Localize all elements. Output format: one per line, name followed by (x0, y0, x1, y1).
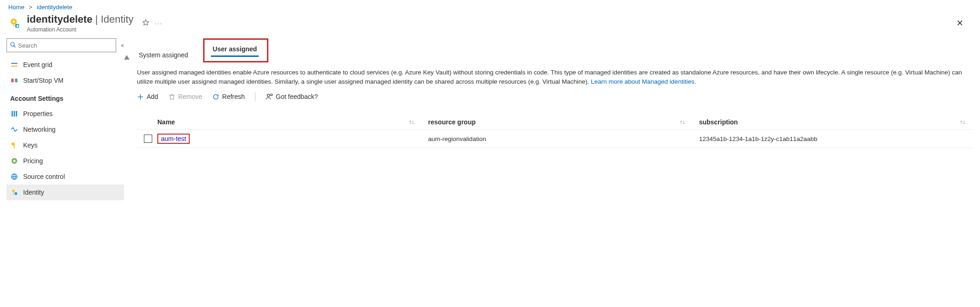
collapse-sidebar-button[interactable]: « (121, 42, 124, 49)
svg-point-5 (11, 42, 14, 46)
toolbar-remove-button[interactable]: Remove (168, 93, 202, 100)
resource-type-label: Automation Account (27, 26, 134, 33)
svg-rect-25 (170, 95, 174, 99)
sidebar-item-label: Keys (23, 141, 37, 149)
close-blade-button[interactable]: ✕ (956, 18, 963, 28)
event-grid-icon (10, 61, 19, 68)
pin-favorite-button[interactable] (142, 19, 149, 28)
row-checkbox[interactable] (144, 135, 152, 143)
svg-rect-21 (13, 192, 13, 195)
plus-icon (137, 93, 144, 100)
pricing-icon (10, 157, 19, 165)
learn-more-link[interactable]: Learn more about Managed identities. (591, 78, 696, 85)
more-actions-button[interactable]: ··· (155, 20, 163, 27)
sidebar-item-source-control[interactable]: Source control (6, 169, 124, 184)
sidebar-item-label: Event grid (23, 61, 52, 68)
sidebar-item-start-stop-vm[interactable]: Start/Stop VM (6, 73, 124, 88)
svg-point-29 (271, 94, 273, 96)
toolbar-add-button[interactable]: Add (137, 93, 158, 100)
sidebar-item-label: Source control (23, 173, 65, 180)
sidebar-item-networking[interactable]: Networking (6, 122, 124, 137)
svg-rect-16 (14, 145, 15, 148)
sidebar-item-properties[interactable]: Properties (6, 106, 124, 122)
sidebar-search[interactable] (6, 38, 116, 52)
sidebar-item-event-grid[interactable]: Event grid (6, 57, 124, 73)
page-title: identitydelete (27, 13, 93, 25)
properties-icon (10, 110, 19, 117)
svg-point-18 (13, 160, 15, 162)
subscription-value: 12345a1b-1234-1a1b-1z2y-c1ab11a2aabb (699, 135, 818, 142)
networking-icon (10, 126, 19, 133)
table-row[interactable]: aum-test aum-regionvalidation 12345a1b-1… (137, 130, 972, 148)
breadcrumb-current[interactable]: identitydelete (37, 4, 73, 11)
search-icon (10, 42, 16, 49)
svg-rect-14 (16, 111, 17, 117)
identity-icon (10, 189, 19, 196)
svg-line-6 (14, 45, 16, 47)
svg-rect-11 (15, 79, 17, 82)
sort-icon[interactable]: ↑↓ (960, 119, 965, 125)
svg-point-20 (12, 190, 14, 192)
table-header-subscription[interactable]: subscription (699, 118, 738, 126)
table-header-resource-group[interactable]: resource group (428, 118, 476, 126)
sidebar-item-identity[interactable]: Identity (6, 184, 124, 200)
highlight-box: User assigned (203, 38, 269, 62)
sidebar-item-label: Identity (23, 189, 44, 196)
svg-rect-22 (15, 192, 17, 195)
resource-type-icon: ◆ (8, 16, 22, 30)
sidebar-item-label: Start/Stop VM (23, 77, 63, 84)
sidebar-item-label: Properties (23, 110, 53, 117)
tab-user-assigned[interactable]: User assigned (211, 43, 259, 56)
sort-icon[interactable]: ↑↓ (409, 119, 414, 125)
svg-rect-8 (11, 66, 17, 67)
identity-name-link[interactable]: aum-test (157, 134, 190, 144)
resource-group-value: aum-regionvalidation (428, 135, 486, 142)
page-subtitle-inline: | Identity (95, 13, 134, 25)
source-control-icon (10, 173, 19, 180)
table-header-name[interactable]: Name (157, 118, 175, 126)
feedback-icon (266, 93, 273, 100)
svg-point-2 (12, 20, 15, 23)
scroll-up-indicator-icon (124, 55, 130, 60)
refresh-icon (212, 93, 219, 100)
sidebar-search-input[interactable] (18, 42, 113, 49)
breadcrumb-separator-icon: > (29, 4, 32, 11)
toolbar-feedback-button[interactable]: Got feedback? (266, 93, 318, 100)
sidebar-item-pricing[interactable]: Pricing (6, 153, 124, 169)
toolbar-divider (255, 92, 255, 101)
keys-icon (10, 141, 19, 149)
description-text: User assigned managed identities enable … (137, 68, 972, 86)
svg-rect-1 (13, 24, 14, 27)
sidebar-item-label: Networking (23, 126, 56, 133)
svg-rect-7 (11, 63, 17, 64)
sidebar-item-label: Pricing (23, 157, 43, 165)
breadcrumb: Home > identitydelete (0, 0, 980, 13)
sidebar-item-keys[interactable]: Keys (6, 137, 124, 153)
start-stop-vm-icon (10, 77, 19, 84)
breadcrumb-home[interactable]: Home (8, 4, 25, 11)
svg-rect-10 (11, 79, 13, 82)
trash-icon (168, 93, 175, 100)
toolbar-refresh-button[interactable]: Refresh (212, 93, 245, 100)
svg-rect-12 (12, 111, 13, 117)
sort-icon[interactable]: ↑↓ (680, 119, 685, 125)
sidebar-section-account-settings: Account Settings (6, 88, 124, 106)
svg-rect-13 (14, 111, 15, 117)
tab-system-assigned[interactable]: System assigned (137, 49, 190, 62)
svg-point-28 (267, 94, 269, 97)
